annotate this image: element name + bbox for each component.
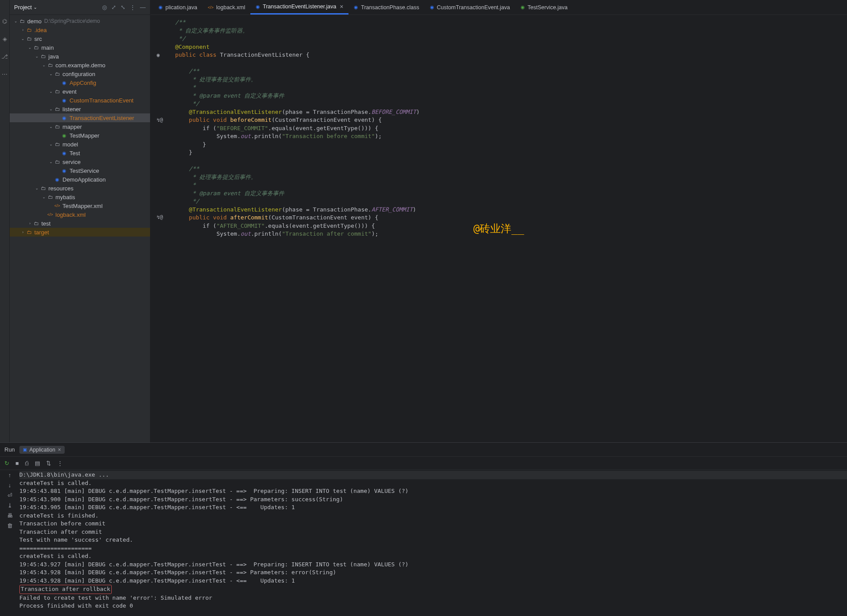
- tree-label: resources: [48, 185, 73, 192]
- filter-icon[interactable]: ⇅: [46, 460, 51, 467]
- caret-icon[interactable]: [48, 72, 54, 76]
- project-tree[interactable]: 🗀demoD:\SpringPractice\demo🗀.idea🗀src🗀ma…: [10, 15, 150, 442]
- tree-row[interactable]: 🗀main: [10, 43, 150, 52]
- xml-icon: [54, 204, 61, 208]
- caret-icon[interactable]: [20, 36, 26, 41]
- caret-icon[interactable]: [20, 28, 26, 32]
- tree-row[interactable]: 🗀event: [10, 87, 150, 96]
- editor-tab[interactable]: TestService.java: [515, 0, 573, 15]
- tree-row[interactable]: 🗀java: [10, 52, 150, 61]
- tree-row[interactable]: CustomTransactionEvent: [10, 96, 150, 105]
- java-icon: [54, 177, 61, 182]
- hide-icon[interactable]: —: [140, 4, 146, 11]
- more-icon[interactable]: ⋮: [57, 460, 63, 467]
- tree-row[interactable]: 🗀target: [10, 228, 150, 237]
- caret-icon[interactable]: [48, 160, 54, 164]
- console-output[interactable]: D:\JDK1.8\bin\java.exe ...createTest is …: [19, 470, 847, 616]
- console-line: D:\JDK1.8\bin\java.exe ...: [19, 471, 847, 479]
- tab-label: TransactionPhase.class: [361, 4, 419, 11]
- tree-row[interactable]: TransactionEventListener: [10, 113, 150, 122]
- tree-row[interactable]: 🗀model: [10, 140, 150, 149]
- run-config[interactable]: ▣ Application ×: [19, 446, 65, 454]
- close-icon[interactable]: ×: [58, 447, 61, 453]
- tree-row[interactable]: TestMapper.xml: [10, 201, 150, 210]
- caret-icon[interactable]: [27, 221, 33, 226]
- tree-label: TestMapper.xml: [62, 203, 103, 209]
- tree-label: main: [41, 44, 54, 51]
- caret-icon[interactable]: [41, 63, 47, 67]
- tree-label: demo: [27, 18, 42, 25]
- caret-icon[interactable]: [48, 107, 54, 111]
- up-icon[interactable]: ↑: [8, 472, 11, 478]
- rerun-icon[interactable]: ↻: [4, 460, 9, 467]
- gutter-listener-icon[interactable]: ↯@: [157, 116, 163, 124]
- tree-row[interactable]: 🗀mybatis: [10, 193, 150, 201]
- tab-label: CustomTransactionEvent.java: [437, 4, 510, 11]
- tree-row[interactable]: TestMapper: [10, 131, 150, 140]
- caret-icon[interactable]: [13, 19, 18, 23]
- bean-icon[interactable]: ◉: [157, 51, 160, 59]
- layout-icon[interactable]: ▤: [35, 460, 40, 467]
- caret-icon[interactable]: [48, 124, 54, 129]
- run-toolbar: ↻ ■ ⎙ ▤ ⇅ ⋮: [0, 457, 847, 470]
- scroll-icon[interactable]: ⤓: [7, 502, 12, 509]
- caret-icon[interactable]: [34, 54, 40, 58]
- gutter-listener-icon[interactable]: ↯@: [157, 213, 163, 222]
- tree-row[interactable]: 🗀service: [10, 157, 150, 166]
- console-line: Process finished with exit code 0: [19, 602, 847, 610]
- caret-icon[interactable]: [48, 142, 54, 146]
- tree-row[interactable]: 🗀.idea: [10, 26, 150, 34]
- tree-row[interactable]: Test: [10, 149, 150, 157]
- trash-icon[interactable]: 🗑: [7, 522, 13, 529]
- options-icon[interactable]: ⋮: [130, 4, 136, 11]
- editor-tab[interactable]: CustomTransactionEvent.java: [425, 0, 515, 15]
- run-tab[interactable]: Run: [4, 446, 15, 453]
- stop-icon[interactable]: ■: [15, 460, 19, 467]
- expand-icon[interactable]: ⤢: [111, 4, 116, 11]
- tree-row[interactable]: 🗀src: [10, 34, 150, 43]
- tree-row[interactable]: 🗀resources: [10, 184, 150, 193]
- tree-row[interactable]: 🗀configuration: [10, 69, 150, 78]
- caret-icon[interactable]: [27, 45, 33, 50]
- caret-icon[interactable]: [41, 195, 47, 199]
- tree-row[interactable]: 🗀test: [10, 219, 150, 228]
- down-icon[interactable]: ↓: [8, 482, 11, 488]
- vcs-icon[interactable]: ⎇: [1, 53, 8, 60]
- file-icon: [256, 4, 260, 10]
- tree-row[interactable]: DemoApplication: [10, 175, 150, 184]
- console-line: 19:45:43.881 [main] DEBUG c.e.d.mapper.T…: [19, 487, 847, 496]
- tree-row[interactable]: AppConfig: [10, 78, 150, 87]
- editor-area: plication.javalogback.xmlTransactionEven…: [150, 0, 847, 442]
- wrap-icon[interactable]: ⏎: [7, 492, 12, 499]
- editor-tab[interactable]: TransactionPhase.class: [348, 0, 424, 15]
- print-icon[interactable]: 🖶: [7, 512, 13, 519]
- caret-icon[interactable]: [48, 89, 54, 94]
- structure-icon[interactable]: ⌬: [1, 18, 8, 25]
- console-line: 19:45:43.927 [main] DEBUG c.e.d.mapper.T…: [19, 561, 847, 569]
- tree-label: com.example.demo: [55, 62, 105, 69]
- editor-tab[interactable]: logback.xml: [202, 0, 250, 15]
- editor-tabs[interactable]: plication.javalogback.xmlTransactionEven…: [150, 0, 847, 15]
- sidebar-title[interactable]: Project ⌄: [14, 4, 102, 11]
- locate-icon[interactable]: ◎: [102, 4, 107, 11]
- tree-row[interactable]: 🗀demoD:\SpringPractice\demo: [10, 17, 150, 26]
- bookmarks-icon[interactable]: ◈: [1, 35, 8, 42]
- tree-row[interactable]: logback.xml: [10, 210, 150, 219]
- tree-row[interactable]: TestService: [10, 166, 150, 175]
- console-line: createTest is called.: [19, 552, 847, 561]
- tree-label: java: [48, 53, 59, 60]
- more-icon[interactable]: ⋯: [1, 70, 8, 77]
- tree-row[interactable]: 🗀listener: [10, 105, 150, 113]
- collapse-icon[interactable]: ⤡: [121, 4, 125, 11]
- tree-row[interactable]: 🗀mapper: [10, 122, 150, 131]
- folder-icon: 🗀: [54, 159, 61, 164]
- caret-icon[interactable]: [20, 230, 26, 234]
- close-icon[interactable]: ×: [340, 3, 343, 10]
- editor-tab[interactable]: TransactionEventListener.java×: [250, 0, 348, 15]
- tree-row[interactable]: 🗀com.example.demo: [10, 61, 150, 69]
- snapshot-icon[interactable]: ⎙: [25, 460, 29, 467]
- tree-label: TransactionEventListener: [70, 115, 134, 121]
- editor-tab[interactable]: plication.java: [153, 0, 202, 15]
- code-editor[interactable]: @砖业洋__ ◉ ↯@ ↯@ /** * 自定义事务事件监听器。 */ @Com…: [150, 15, 847, 442]
- caret-icon[interactable]: [34, 186, 40, 190]
